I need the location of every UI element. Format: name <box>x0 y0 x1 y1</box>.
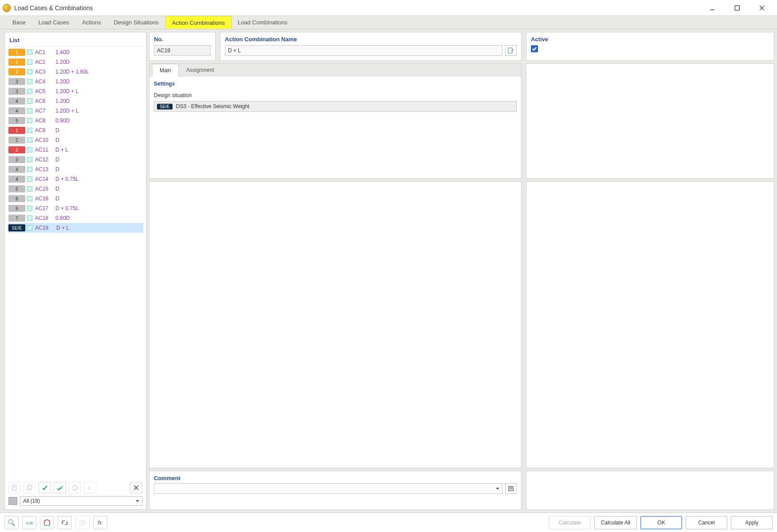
list-item[interactable]: 2AC31.20D + 1.60L <box>8 67 143 77</box>
calculate-all-button[interactable]: Calculate All <box>594 516 637 529</box>
close-button[interactable] <box>750 0 774 16</box>
filter-label: All (19) <box>23 498 40 504</box>
design-situation-field[interactable]: SE/E DS3 - Effective Seismic Weight <box>154 101 517 112</box>
list-item-name: 1.20D <box>55 98 143 104</box>
list-item-name: D <box>55 127 143 133</box>
subtab-main[interactable]: Main <box>152 64 179 76</box>
tool-check-green[interactable] <box>39 482 51 493</box>
comment-library-button[interactable] <box>505 483 517 494</box>
filter-color-swatch[interactable] <box>8 497 17 505</box>
list-item[interactable]: 2AC21.20D <box>8 57 143 67</box>
list-item-color-swatch <box>27 59 32 65</box>
tab-actions[interactable]: Actions <box>76 16 108 29</box>
list-item[interactable]: 4AC13D <box>8 164 143 174</box>
list-item-color-swatch <box>27 147 32 153</box>
svg-rect-7 <box>27 486 31 490</box>
minimize-button[interactable] <box>700 0 725 16</box>
tb-units[interactable]: 0,00 <box>22 516 36 529</box>
tool-copy[interactable] <box>24 482 36 493</box>
tb-recompute[interactable] <box>75 516 90 529</box>
comment-input[interactable] <box>154 483 502 494</box>
list-item-code: AC17 <box>35 205 55 211</box>
list-area[interactable]: 1AC11.40D2AC21.20D2AC31.20D + 1.60L3AC41… <box>8 46 143 479</box>
list-item-badge: 4 <box>8 166 25 173</box>
list-item-code: AC18 <box>35 215 55 221</box>
name-field[interactable]: D + L <box>225 45 502 56</box>
tab-load-combinations[interactable]: Load Combinations <box>232 16 294 29</box>
filter-select[interactable]: All (19) <box>20 496 142 506</box>
list-item[interactable]: 3AC51.20D + L <box>8 86 143 96</box>
list-item-color-swatch <box>27 128 32 133</box>
design-situation-chip: SE/E <box>157 104 173 110</box>
list-item-code: AC4 <box>35 78 55 85</box>
tb-search[interactable] <box>4 516 19 529</box>
settings-section-header: Settings <box>154 79 517 90</box>
filter-row: All (19) <box>8 495 143 507</box>
list-item-badge: SE/E <box>8 224 25 231</box>
list-item-badge: 1 <box>8 49 25 56</box>
list-item[interactable]: 7AC180.60D <box>8 213 143 223</box>
tool-new[interactable] <box>8 482 21 493</box>
list-item-code: AC12 <box>35 156 55 163</box>
list-item[interactable]: 1AC11.40D <box>8 47 143 57</box>
list-item-name: D + L <box>55 225 143 231</box>
list-item[interactable]: 5AC80.90D <box>8 116 143 125</box>
svg-line-22 <box>82 523 84 524</box>
no-field[interactable]: AC19 <box>154 45 211 56</box>
list-item[interactable]: 3AC12D <box>8 155 143 164</box>
cancel-button[interactable]: Cancel <box>686 516 727 529</box>
svg-rect-1 <box>735 6 739 10</box>
list-item[interactable]: SE/EAC19D + L <box>8 223 143 233</box>
tool-refresh[interactable] <box>69 482 81 493</box>
list-item[interactable]: 5AC15D <box>8 184 143 194</box>
tool-delete[interactable] <box>130 482 142 493</box>
list-item-color-swatch <box>27 196 32 201</box>
tab-action-combinations[interactable]: Action Combinations <box>165 16 232 29</box>
list-item-badge: 6 <box>8 195 25 202</box>
list-item[interactable]: 4AC14D + 0.75L <box>8 174 143 184</box>
list-item-badge: 2 <box>8 59 25 66</box>
design-situation-label: Design situation <box>154 90 517 100</box>
tab-design-situations[interactable]: Design Situations <box>108 16 165 29</box>
list-item[interactable]: 6AC16D <box>8 194 143 203</box>
list-item[interactable]: 2AC10D <box>8 135 143 145</box>
maximize-button[interactable] <box>725 0 750 16</box>
list-item-color-swatch <box>27 108 32 113</box>
svg-rect-12 <box>508 48 512 53</box>
list-toolbar: 2↓ <box>8 479 143 495</box>
list-item-name: D <box>55 137 143 143</box>
list-item[interactable]: 4AC71.20D + L <box>8 106 143 116</box>
tab-load-cases[interactable]: Load Cases <box>32 16 76 29</box>
list-item-code: AC3 <box>35 69 55 75</box>
list-item-name: D + 0.75L <box>55 176 143 182</box>
settings-card: Main Assignment Settings Design situatio… <box>149 63 522 179</box>
ok-button[interactable]: OK <box>640 516 682 529</box>
right-fill-card <box>526 181 774 468</box>
comment-card: Comment <box>149 471 522 510</box>
calculate-button[interactable]: Calculate <box>549 516 591 529</box>
list-item[interactable]: 3AC41.20D <box>8 77 143 86</box>
active-checkbox[interactable] <box>531 45 538 52</box>
tb-structure[interactable] <box>40 516 54 529</box>
list-item-name: 1.20D <box>55 78 143 85</box>
list-item[interactable]: 4AC61.20D <box>8 96 143 106</box>
list-item-name: D <box>55 166 143 172</box>
apply-button[interactable]: Apply <box>731 516 773 529</box>
svg-text:0,00: 0,00 <box>26 521 33 525</box>
list-item[interactable]: 6AC17D + 0.75L <box>8 203 143 213</box>
edit-name-button[interactable] <box>505 45 517 56</box>
list-item-color-swatch <box>27 79 32 84</box>
list-item-color-swatch <box>27 50 32 55</box>
tool-sort[interactable]: 2↓ <box>84 482 96 493</box>
list-item[interactable]: 1AC9D <box>8 125 143 135</box>
tab-base[interactable]: Base <box>6 16 32 29</box>
tb-formula[interactable]: fx <box>93 516 107 529</box>
design-situation-value: DS3 - Effective Seismic Weight <box>176 103 250 110</box>
tb-link[interactable] <box>58 516 72 529</box>
list-item-badge: 3 <box>8 156 25 163</box>
list-item[interactable]: 2AC11D + L <box>8 145 143 155</box>
tool-check-teal[interactable] <box>54 482 66 493</box>
list-item-name: D <box>55 196 143 202</box>
subtab-assignment[interactable]: Assignment <box>179 64 222 76</box>
list-item-code: AC8 <box>35 117 55 124</box>
